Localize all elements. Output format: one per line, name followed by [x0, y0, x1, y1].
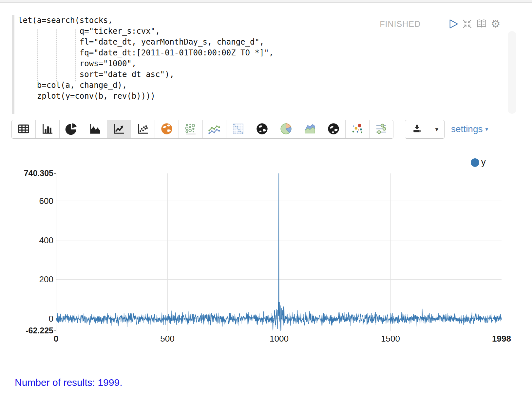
y-axis-tick-label: 0 [10, 314, 53, 324]
y-axis-tick-label: 400 [10, 235, 53, 246]
x-axis-tick-label: 1000 [256, 334, 302, 344]
notebook-paragraph: let(a=search(stocks, q="ticker_s:cvx", f… [0, 0, 532, 396]
x-axis-tick-label: 1500 [368, 334, 413, 344]
y-axis-tick-label: 600 [10, 196, 53, 206]
results-count-text: Number of results: 1999. [15, 377, 123, 388]
y-axis-tick-label: 200 [10, 274, 53, 285]
x-axis-tick-label: 1998 [479, 334, 524, 344]
x-axis-tick-label: 500 [144, 334, 190, 344]
y-axis-tick-label: 740.305 [10, 168, 53, 178]
x-axis-tick-label: 0 [33, 334, 79, 344]
